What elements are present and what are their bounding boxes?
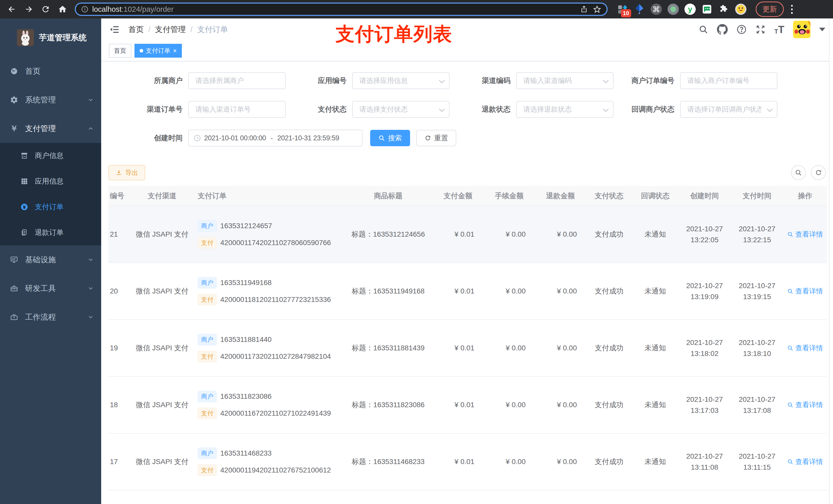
browser-forward-icon[interactable] xyxy=(22,2,36,16)
tab-pay-order[interactable]: 支付订单 × xyxy=(135,44,182,57)
create-time xyxy=(678,490,731,504)
refund-amount: ¥ 0.00 xyxy=(535,206,586,263)
channel-code-select[interactable] xyxy=(516,72,614,89)
merchant-order-no-input[interactable] xyxy=(680,72,778,89)
create-time-range-picker[interactable]: 2021-10-01 00:00:00 - 2021-10-31 23:59:5… xyxy=(188,129,362,146)
github-icon[interactable] xyxy=(717,24,728,35)
command-extension-icon[interactable]: ⌘ xyxy=(651,4,662,15)
bookmark-star-icon[interactable] xyxy=(593,5,601,14)
sidebar-item-system[interactable]: 系统管理 xyxy=(0,86,101,114)
tab-home[interactable]: 首页 xyxy=(109,44,132,57)
pay-status: 支付成功 xyxy=(586,433,632,490)
shop-icon xyxy=(20,152,29,160)
user-avatar[interactable] xyxy=(793,21,810,38)
page-scrollbar[interactable] xyxy=(829,19,833,504)
create-time: 2021-10-27 13:18:02 xyxy=(678,320,731,377)
sidebar-item-label: 退款订单 xyxy=(35,228,94,237)
col-header-amount: 支付金额 xyxy=(432,186,484,206)
merchant-tag: 商户 xyxy=(198,448,217,459)
browser-toolbar: localhost:1024/pay/order 10 ⌘ y 更新 xyxy=(0,0,833,19)
emoji-extension-icon[interactable] xyxy=(735,4,746,15)
browser-update-button[interactable]: 更新 xyxy=(756,2,784,17)
pay-time: 2021-10-27 13:11:15 xyxy=(731,433,783,490)
product-title: 标题：1635312124656 xyxy=(344,206,432,263)
pay-order-cell: 商户 1635312124657 支付 42000011742021102780… xyxy=(194,206,344,263)
col-header-create-time: 创建时间 xyxy=(678,186,731,206)
sidebar-item-pay[interactable]: ￥ 支付管理 xyxy=(0,114,101,143)
fullscreen-icon[interactable] xyxy=(755,24,766,34)
view-detail-link[interactable]: 查看详情 xyxy=(787,230,823,239)
kite-extension-icon[interactable] xyxy=(634,4,645,15)
pay-amount xyxy=(432,490,484,504)
table-row: 17 微信 JSAPI 支付 商户 1635311468233 支付 42000… xyxy=(109,433,827,490)
extension-badge: 10 xyxy=(621,9,631,18)
puzzle-extensions-icon[interactable] xyxy=(718,4,730,15)
chat-extension-icon[interactable] xyxy=(701,4,713,15)
pay-order-cell: 商户 1635311468233 支付 42000011942021102767… xyxy=(194,433,344,490)
browser-back-icon[interactable] xyxy=(5,2,19,16)
sidebar-item-merchant-info[interactable]: 商户信息 xyxy=(0,143,101,169)
product-title: 标题：1635311468233 xyxy=(344,433,432,490)
channel-pay-no: 4200001167202110271022491439 xyxy=(220,409,331,417)
share-icon[interactable] xyxy=(580,5,588,13)
merchant-order-no: 1635311881440 xyxy=(220,335,271,344)
close-tab-icon[interactable]: × xyxy=(173,47,177,54)
table-row: 21 微信 JSAPI 支付 商户 1635312124657 支付 42000… xyxy=(109,206,827,263)
address-bar[interactable]: localhost:1024/pay/order xyxy=(75,3,608,16)
sidebar-item-devtools[interactable]: 研发工具 xyxy=(0,274,101,303)
avatar-caret-icon[interactable] xyxy=(819,28,825,31)
col-header-channel: 支付渠道 xyxy=(130,186,194,206)
sidebar-item-home[interactable]: 首页 xyxy=(0,57,101,86)
sidebar-item-workflow[interactable]: 工作流程 xyxy=(0,303,101,331)
pay-status-select[interactable] xyxy=(352,101,450,118)
breadcrumb-home[interactable]: 首页 xyxy=(128,24,144,35)
sidebar-item-pay-order[interactable]: 支付订单 xyxy=(0,194,101,220)
order-id: 20 xyxy=(109,263,130,320)
search-icon[interactable] xyxy=(698,25,708,34)
app-select[interactable] xyxy=(352,72,450,89)
toggle-search-button[interactable] xyxy=(791,165,806,180)
sidebar-item-infra[interactable]: 基础设施 xyxy=(0,245,101,274)
view-detail-link[interactable]: 查看详情 xyxy=(787,343,823,353)
view-detail-link[interactable]: 查看详情 xyxy=(787,400,823,409)
channel-order-no-input[interactable] xyxy=(188,101,286,118)
refund-status-select[interactable] xyxy=(516,101,614,118)
magnifier-icon xyxy=(787,402,793,408)
site-info-icon[interactable] xyxy=(81,5,89,13)
search-button[interactable]: 搜索 xyxy=(370,130,410,146)
sidebar-item-refund-order[interactable]: 退款订单 xyxy=(0,220,101,245)
notify-status-select[interactable] xyxy=(680,101,778,118)
tab-manager-extension-icon[interactable]: 10 xyxy=(617,4,628,15)
recorder-extension-icon[interactable] xyxy=(668,4,679,15)
order-table: 编号 支付渠道 支付订单 商品标题 支付金额 手续金额 退款金额 支付状态 回调… xyxy=(109,186,826,504)
help-icon[interactable] xyxy=(736,24,747,34)
breadcrumb: 首页 / 支付管理 / 支付订单 xyxy=(128,24,228,35)
fee-amount: ¥ 0.00 xyxy=(484,263,535,320)
collapse-sidebar-icon[interactable] xyxy=(109,24,120,35)
actions-cell: 查看详情 xyxy=(783,377,827,433)
yapi-extension-icon[interactable]: y xyxy=(685,4,696,15)
filter-label: 退款状态 xyxy=(457,104,516,114)
order-id: 18 xyxy=(109,377,130,433)
font-size-icon[interactable]: TT xyxy=(774,24,784,34)
pay-amount: ¥ 0.01 xyxy=(432,263,484,320)
document-icon xyxy=(20,229,29,236)
breadcrumb-pay[interactable]: 支付管理 xyxy=(155,24,186,35)
briefcase-icon xyxy=(10,313,19,321)
refresh-table-button[interactable] xyxy=(811,165,826,180)
channel-pay-no: 4200001173202110272847982104 xyxy=(220,352,331,361)
sidebar-item-label: 研发工具 xyxy=(25,283,87,294)
export-button[interactable]: 导出 xyxy=(109,165,145,180)
view-detail-link[interactable]: 查看详情 xyxy=(787,457,823,466)
actions-cell: 查看详情 xyxy=(783,433,827,490)
filter-label: 渠道订单号 xyxy=(129,104,188,114)
view-detail-link[interactable]: 查看详情 xyxy=(787,287,823,296)
browser-reload-icon[interactable] xyxy=(39,2,53,16)
merchant-input[interactable] xyxy=(188,72,286,89)
browser-home-icon[interactable] xyxy=(55,2,70,16)
browser-menu-icon[interactable] xyxy=(791,5,793,14)
monitor-chart-icon xyxy=(10,256,19,264)
sidebar-item-app-info[interactable]: 应用信息 xyxy=(0,169,101,194)
merchant-tag: 商户 xyxy=(198,391,217,402)
reset-button[interactable]: 重置 xyxy=(416,130,456,146)
